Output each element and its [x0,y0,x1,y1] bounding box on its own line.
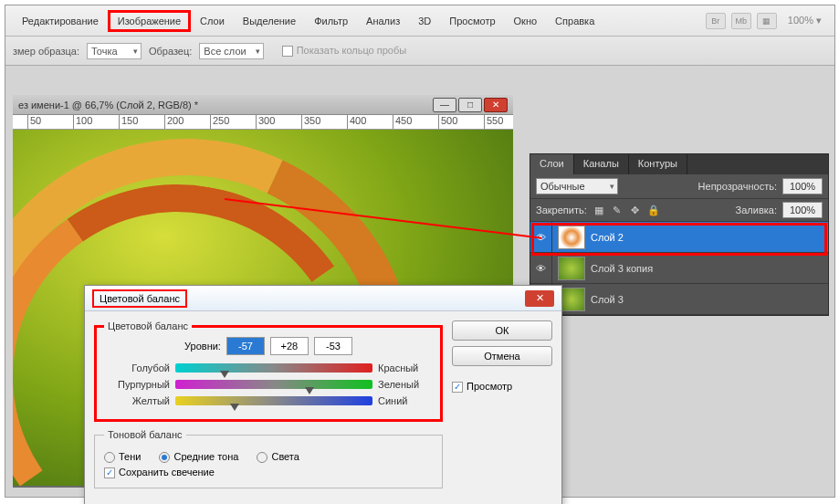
minibridge-icon[interactable]: Mb [731,13,751,29]
color-balance-legend: Цветовой баланс [104,320,192,331]
yellow-blue-slider[interactable] [175,396,372,405]
tab-paths[interactable]: Контуры [629,154,687,174]
menu-3d[interactable]: 3D [409,10,440,32]
radio-shadows[interactable] [104,452,115,463]
radio-midtones[interactable] [159,452,170,463]
tab-channels[interactable]: Каналы [574,154,629,174]
eye-icon[interactable]: 👁 [530,253,552,283]
level-input-1[interactable]: -57 [226,337,265,355]
slider-left-label: Желтый [104,395,170,406]
slider-right-label: Красный [378,362,433,373]
menu-help[interactable]: Справка [546,10,603,32]
menu-layers[interactable]: Слои [191,10,234,32]
menu-analysis[interactable]: Анализ [357,10,409,32]
magenta-green-slider[interactable] [175,380,372,389]
ok-button[interactable]: ОК [452,320,552,341]
layer-item[interactable]: 👁 Слой 3 копия [530,253,828,284]
close-button[interactable]: ✕ [484,98,508,112]
level-input-3[interactable]: -53 [314,337,352,355]
minimize-button[interactable]: — [433,98,456,112]
menu-edit[interactable]: Редактирование [13,10,108,32]
menu-view[interactable]: Просмотр [440,10,504,32]
preserve-luminosity-checkbox[interactable] [104,467,115,478]
sample-size-label: змер образца: [13,46,79,57]
dialog-titlebar[interactable]: Цветовой баланс ✕ [85,286,561,311]
document-titlebar[interactable]: ез имени-1 @ 66,7% (Слой 2, RGB/8) * — □… [13,95,513,115]
level-input-2[interactable]: +28 [270,337,309,355]
sample-dropdown[interactable]: Все слои [199,43,263,59]
lock-all-icon[interactable]: 🔒 [647,204,660,216]
layer-name: Слой 3 [591,294,624,305]
slider-left-label: Пурпурный [104,379,170,390]
lock-transparent-icon[interactable]: ▦ [593,204,605,216]
ruler-horizontal: 50100150200250300350400450500550 [13,115,513,130]
document-title: ез имени-1 @ 66,7% (Слой 2, RGB/8) * [18,100,198,110]
menu-image[interactable]: Изображение [108,10,191,32]
sample-label: Образец: [149,46,192,57]
blend-mode-dropdown[interactable]: Обычные [536,178,618,194]
menu-window[interactable]: Окно [505,10,547,32]
ring-label: Показать кольцо пробы [297,45,407,56]
lock-label: Закрепить: [536,205,587,215]
tab-layers[interactable]: Слои [530,154,574,174]
bridge-icon[interactable]: Br [706,13,726,29]
zoom-dropdown[interactable]: 100% ▾ [782,15,827,26]
levels-label: Уровни: [184,341,221,352]
cyan-red-slider[interactable] [175,363,372,373]
menu-filter[interactable]: Фильтр [305,10,357,32]
layer-thumbnail[interactable] [558,257,585,280]
layer-thumbnail[interactable] [558,226,585,249]
options-bar: змер образца: Точка Образец: Все слои По… [5,37,834,66]
lock-position-icon[interactable]: ✥ [629,204,642,216]
fill-label: Заливка: [736,205,777,215]
layer-item-selected[interactable]: 👁 Слой 2 [530,222,828,253]
layers-panel: Слои Каналы Контуры Обычные Непрозрачнос… [530,153,829,316]
color-balance-group: Цветовой баланс Уровни: -57 +28 -53 Голу… [94,320,443,422]
dialog-close-button[interactable]: ✕ [525,290,554,307]
fill-input[interactable]: 100% [782,202,823,218]
ring-checkbox[interactable] [282,46,293,57]
lock-pixels-icon[interactable]: ✎ [611,204,624,216]
opacity-input[interactable]: 100% [782,178,823,194]
screenmode-icon[interactable]: ▦ [757,13,777,29]
layer-name: Слой 2 [591,232,624,243]
maximize-button[interactable]: □ [458,98,482,112]
tonal-balance-legend: Тоновой баланс [104,429,186,440]
color-balance-dialog: Цветовой баланс ✕ Цветовой баланс Уровни… [84,285,562,504]
dialog-title: Цветовой баланс [92,289,187,308]
tonal-balance-group: Тоновой баланс Тени Средние тона Света С… [94,429,443,488]
slider-left-label: Голубой [104,362,170,373]
cancel-button[interactable]: Отмена [452,346,552,366]
slider-right-label: Синий [378,395,433,406]
menu-bar: Редактирование Изображение Слои Выделени… [5,5,834,37]
layer-name: Слой 3 копия [591,263,653,274]
slider-right-label: Зеленый [378,379,433,390]
layer-item[interactable]: Слой 3 [530,284,828,315]
sample-size-dropdown[interactable]: Точка [87,43,142,59]
radio-highlights[interactable] [257,452,267,463]
preview-checkbox[interactable] [452,382,463,393]
menu-select[interactable]: Выделение [234,10,305,32]
opacity-label: Непрозрачность: [698,181,777,192]
